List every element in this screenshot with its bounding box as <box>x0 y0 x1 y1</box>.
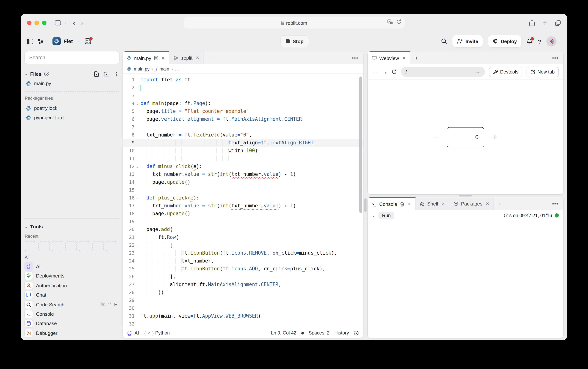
packager-file-pyproject-toml[interactable]: pyproject.toml <box>25 113 119 122</box>
new-editor-tab-button[interactable]: + <box>204 51 216 64</box>
fold-chevron-icon[interactable]: ⌄ <box>135 241 140 249</box>
code-line-14[interactable]: 14 page.update() <box>122 178 363 186</box>
code-line-32[interactable]: 32 <box>122 320 363 328</box>
code-line-10[interactable]: 10 width=100) <box>122 147 363 154</box>
cursor-position[interactable]: Ln 9, Col 42 <box>271 330 296 336</box>
new-file-icon[interactable] <box>94 71 99 77</box>
code-line-18[interactable]: 18 page.update() <box>122 210 363 217</box>
fold-chevron-icon[interactable]: ⌄ <box>135 162 140 170</box>
files-section-header[interactable]: ⌄ Files ⋮ <box>25 69 119 79</box>
close-tab-icon[interactable]: ✕ <box>441 201 445 206</box>
code-line-23[interactable]: 23 ft.IconButton(ft.icons.REMOVE, on_cli… <box>122 249 363 257</box>
browser-back-button[interactable]: ‹ <box>73 20 75 26</box>
history-button[interactable]: History <box>334 330 349 336</box>
go-arrow-icon[interactable]: → <box>475 69 480 75</box>
translate-icon[interactable]: A <box>387 19 393 24</box>
code-line-7[interactable]: 7 <box>122 123 363 131</box>
sidebar-search-input[interactable]: Search <box>25 51 119 64</box>
browser-forward-button[interactable]: › <box>81 20 83 26</box>
code-line-24[interactable]: 24 txt_number, <box>122 257 363 265</box>
sidebar-chevron-icon[interactable]: ⌄ <box>64 21 67 25</box>
close-tab-icon[interactable]: ✕ <box>196 55 199 60</box>
code-line-1[interactable]: 1import flet as ft <box>122 76 363 84</box>
repl-switcher[interactable]: ⌄ <box>38 39 48 44</box>
sidebar-item-authentication[interactable]: Authentication <box>25 281 119 290</box>
new-tab-icon[interactable] <box>542 20 548 25</box>
panel-resize-handle-vertical[interactable] <box>364 198 367 212</box>
close-window-button[interactable] <box>27 21 31 25</box>
code-line-30[interactable]: 30 <box>122 304 363 312</box>
code-line-28[interactable]: 28 )) <box>122 288 363 296</box>
tab-overview-icon[interactable] <box>555 20 561 26</box>
deploy-button[interactable]: Deploy <box>488 35 521 47</box>
webview-forward-button[interactable]: → <box>382 69 388 75</box>
sidebar-item-debugger[interactable]: Debugger <box>25 328 119 338</box>
code-line-5[interactable]: 5 page.title = "Flet counter example" <box>122 107 363 115</box>
close-tab-icon[interactable]: ✕ <box>402 56 406 61</box>
code-line-19[interactable]: 19 <box>122 217 363 225</box>
safari-sidebar-icon[interactable] <box>55 20 61 25</box>
share-icon[interactable] <box>529 20 535 26</box>
code-line-22[interactable]: 22⌄ [ <box>122 241 363 249</box>
close-tab-icon[interactable]: ✕ <box>486 201 489 206</box>
minimize-window-button[interactable] <box>34 21 39 25</box>
new-webview-tab-button[interactable]: + <box>410 51 423 64</box>
code-line-6[interactable]: 6 page.vertical_alignment = ft.MainAxisA… <box>122 115 363 123</box>
code-line-2[interactable]: 2 <box>122 84 363 92</box>
fold-chevron-icon[interactable]: ⌄ <box>135 194 140 202</box>
sidebar-item-database[interactable]: Database <box>25 319 119 328</box>
stop-button[interactable]: Stop <box>281 36 309 47</box>
indentation-setting[interactable]: Spaces: 2 <box>309 330 329 336</box>
sidebar-item-chat[interactable]: Chat <box>25 290 119 300</box>
close-tab-icon[interactable]: ✕ <box>408 202 411 206</box>
sidebar-item-deployments[interactable]: Deployments <box>25 271 119 281</box>
open-new-tab-button[interactable]: New tab <box>527 67 559 77</box>
project-chevron-icon[interactable]: ⌄ <box>77 39 80 43</box>
tab-webview[interactable]: Webview ✕ <box>368 51 410 64</box>
sidebar-item-console[interactable]: >_Console <box>25 309 119 319</box>
code-editor[interactable]: 1import flet as ft234⌄def main(page: ft.… <box>122 74 363 328</box>
counter-plus-button[interactable]: + <box>492 132 498 142</box>
search-icon[interactable] <box>441 38 447 44</box>
breadcrumb-symbol[interactable]: main <box>159 66 169 72</box>
tab-packages[interactable]: Packages✕ <box>449 197 494 210</box>
code-line-20[interactable]: 20 page.add( <box>122 225 363 233</box>
packager-file-poetry-lock[interactable]: poetry.lock <box>25 103 119 113</box>
address-bar[interactable]: replit.com A <box>183 17 405 29</box>
sidebar-item-ai[interactable]: AI <box>25 262 119 271</box>
counter-value-field[interactable]: 0 <box>447 127 484 147</box>
webview-url-input[interactable]: / → <box>401 67 485 77</box>
tab-console[interactable]: >_Console✕ <box>368 197 416 210</box>
new-console-tab-button[interactable]: + <box>494 197 506 210</box>
code-line-17[interactable]: 17 txt_number.value = str(int(txt_number… <box>122 202 363 210</box>
tab-shell[interactable]: Shell✕ <box>416 197 449 210</box>
code-line-27[interactable]: 27 alignment=ft.MainAxisAlignment.CENTER… <box>122 280 363 288</box>
reload-icon[interactable] <box>396 19 401 24</box>
account-menu[interactable]: ⌄ <box>547 36 561 46</box>
code-line-26[interactable]: 26 ], <box>122 273 363 280</box>
project-name[interactable]: Flet <box>63 38 73 44</box>
history-clock-icon[interactable] <box>354 330 359 335</box>
code-line-4[interactable]: 4⌄def main(page: ft.Page): <box>122 99 363 107</box>
help-button[interactable]: ? <box>538 38 541 44</box>
code-line-9[interactable]: 9 text_align=ft.TextAlign.RIGHT, <box>122 139 363 147</box>
webview-back-button[interactable]: ← <box>372 69 378 75</box>
code-line-11[interactable]: 11 <box>122 154 363 162</box>
code-line-3[interactable]: 3 <box>122 92 363 99</box>
code-line-8[interactable]: 8 txt_number = ft.TextField(value="0", <box>122 131 363 139</box>
sidebar-item-code-search[interactable]: Code Search⌘ ⇧ F <box>25 300 119 309</box>
devtools-button[interactable]: Devtools <box>489 67 522 77</box>
tab-replit-config[interactable]: .replit ✕ <box>169 51 204 64</box>
breadcrumb-file[interactable]: main.py <box>134 66 149 72</box>
file-item-main-py[interactable]: main.py <box>25 79 119 88</box>
code-line-12[interactable]: 12⌄ def minus_click(e): <box>122 162 363 170</box>
invite-button[interactable]: Invite <box>452 35 483 47</box>
breadcrumb-more[interactable]: ... <box>175 66 179 72</box>
editor-tab-overflow-menu[interactable]: ••• <box>347 51 363 64</box>
editor-scrollbar[interactable] <box>359 76 362 213</box>
changelog-button[interactable] <box>85 38 91 44</box>
console-output[interactable] <box>368 221 563 338</box>
code-line-16[interactable]: 16⌄ def plus_click(e): <box>122 194 363 202</box>
webview-overflow-menu[interactable]: ••• <box>547 51 563 64</box>
ai-status-button[interactable]: AI <box>127 330 139 336</box>
